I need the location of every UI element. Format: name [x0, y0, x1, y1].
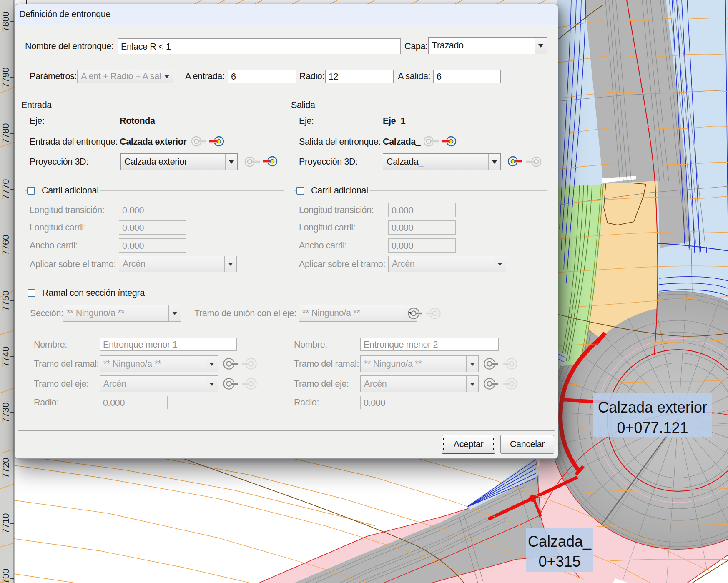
- svg-text:Calzada exterior: Calzada exterior: [598, 399, 707, 416]
- svg-text:7750: 7750: [0, 291, 11, 311]
- svg-text:7720: 7720: [0, 458, 11, 478]
- svg-text:7790: 7790: [0, 68, 11, 88]
- svg-text:Calzada_: Calzada_: [528, 533, 592, 550]
- svg-text:7780: 7780: [0, 123, 11, 144]
- svg-text:7770: 7770: [0, 179, 11, 200]
- svg-text:7730: 7730: [0, 403, 11, 423]
- svg-text:7710: 7710: [0, 513, 11, 534]
- svg-text:7800: 7800: [0, 12, 11, 32]
- svg-text:0+077.121: 0+077.121: [617, 419, 688, 436]
- svg-text:0+315: 0+315: [538, 553, 580, 570]
- svg-text:7760: 7760: [0, 235, 11, 255]
- svg-text:7740: 7740: [0, 347, 11, 367]
- svg-text:7700: 7700: [0, 569, 11, 583]
